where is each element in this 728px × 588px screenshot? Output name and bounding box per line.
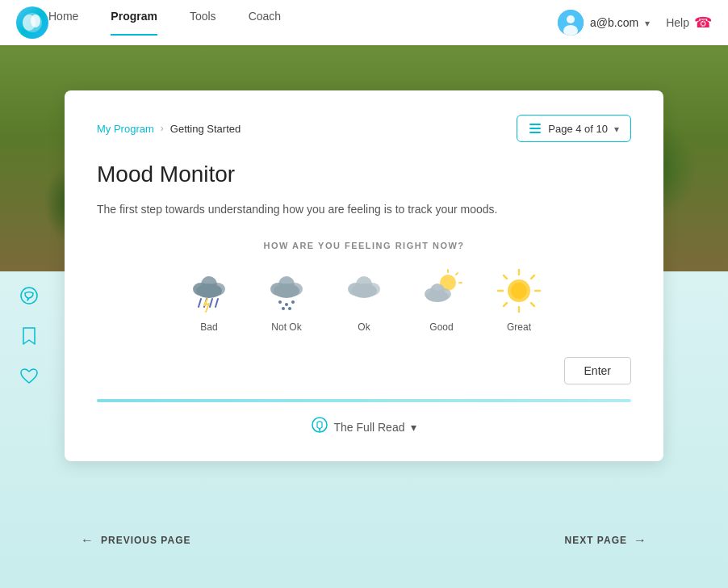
svg-point-2 — [31, 15, 40, 27]
previous-label: PREVIOUS PAGE — [101, 535, 190, 546]
svg-line-17 — [215, 299, 218, 307]
card-header: My Program › Getting Started Page 4 of 1… — [97, 115, 631, 142]
user-chevron-icon — [645, 15, 650, 30]
nav-links: Home Program Tools Coach — [48, 10, 558, 36]
prev-arrow-icon: ← — [81, 533, 94, 548]
full-read-section[interactable]: The Full Read ▾ — [97, 417, 631, 437]
mood-ok[interactable]: Ok — [340, 267, 388, 333]
nav-right: a@b.com Help ☎ — [558, 10, 712, 36]
page-description: The first step towards understanding how… — [97, 200, 631, 218]
mood-not-ok-label: Not Ok — [271, 321, 301, 333]
breadcrumb-current: Getting Started — [170, 123, 241, 135]
svg-point-21 — [274, 284, 299, 298]
svg-line-47 — [504, 303, 507, 306]
nav-program[interactable]: Program — [111, 10, 157, 36]
full-read-label: The Full Read — [334, 421, 405, 434]
full-read-chevron-icon: ▾ — [411, 421, 416, 434]
page-label: Page 4 of 10 — [548, 123, 608, 135]
enter-row: Enter — [97, 357, 631, 384]
svg-line-16 — [210, 299, 212, 307]
user-menu[interactable]: a@b.com — [558, 10, 650, 36]
nav-coach[interactable]: Coach — [249, 10, 281, 36]
bottom-navigation: ← PREVIOUS PAGE NEXT PAGE → — [0, 533, 728, 548]
svg-line-46 — [531, 275, 534, 279]
nav-tools[interactable]: Tools — [190, 10, 216, 36]
svg-line-14 — [199, 299, 201, 307]
mood-great[interactable]: Great — [495, 267, 543, 333]
help-link[interactable]: Help ☎ — [666, 14, 712, 32]
bookmark-icon[interactable] — [16, 323, 42, 349]
svg-point-13 — [196, 284, 222, 298]
full-read-icon — [312, 417, 328, 437]
previous-page-button[interactable]: ← PREVIOUS PAGE — [81, 533, 190, 548]
heart-icon[interactable] — [16, 363, 42, 389]
breadcrumb: My Program › Getting Started — [97, 123, 241, 135]
progress-bar — [97, 399, 631, 402]
enter-button[interactable]: Enter — [564, 357, 631, 384]
chat-icon[interactable] — [16, 283, 42, 309]
mood-bad[interactable]: Bad — [185, 267, 233, 333]
next-label: NEXT PAGE — [565, 535, 627, 546]
username-label: a@b.com — [590, 16, 638, 29]
svg-point-30 — [351, 284, 377, 298]
svg-point-4 — [567, 15, 575, 23]
next-page-button[interactable]: NEXT PAGE → — [565, 533, 647, 548]
ok-weather-icon — [340, 267, 388, 315]
svg-point-23 — [285, 303, 288, 306]
mood-bad-label: Bad — [200, 321, 217, 333]
app-logo[interactable] — [16, 6, 48, 39]
breadcrumb-parent[interactable]: My Program — [97, 123, 154, 135]
page-title: Mood Monitor — [97, 162, 631, 187]
bad-weather-icon — [185, 267, 233, 315]
list-icon — [529, 122, 542, 135]
svg-point-6 — [21, 288, 37, 304]
svg-point-24 — [291, 300, 295, 304]
avatar — [558, 10, 584, 36]
great-weather-icon — [495, 267, 543, 315]
mood-question: HOW ARE YOU FEELING RIGHT NOW? — [97, 241, 631, 250]
next-arrow-icon: → — [634, 533, 647, 548]
page-nav-button[interactable]: Page 4 of 10 — [517, 115, 631, 142]
nav-home[interactable]: Home — [48, 10, 78, 36]
not-ok-weather-icon — [262, 267, 311, 315]
page-nav-chevron-icon — [614, 123, 619, 135]
mood-good[interactable]: Good — [417, 267, 466, 333]
sidebar-icons — [16, 283, 42, 389]
top-nav: Home Program Tools Coach a@b.com Help ☎ — [0, 0, 728, 45]
svg-point-48 — [511, 283, 527, 299]
svg-point-38 — [426, 291, 449, 302]
mood-ok-label: Ok — [358, 321, 370, 333]
svg-line-44 — [504, 275, 507, 279]
svg-rect-8 — [529, 128, 541, 129]
help-icon: ☎ — [694, 14, 712, 32]
svg-point-26 — [288, 307, 291, 310]
breadcrumb-separator: › — [161, 123, 164, 134]
svg-line-45 — [531, 303, 534, 306]
svg-line-33 — [456, 273, 458, 275]
good-weather-icon — [417, 267, 466, 315]
svg-rect-9 — [529, 132, 541, 133]
main-card: My Program › Getting Started Page 4 of 1… — [65, 90, 663, 461]
mood-great-label: Great — [507, 321, 531, 333]
mood-good-label: Good — [429, 321, 453, 333]
mood-not-ok[interactable]: Not Ok — [262, 267, 311, 333]
mood-options: Bad Not Ok — [97, 267, 631, 333]
svg-point-22 — [278, 300, 282, 304]
svg-point-25 — [282, 307, 285, 310]
svg-rect-7 — [529, 124, 541, 125]
